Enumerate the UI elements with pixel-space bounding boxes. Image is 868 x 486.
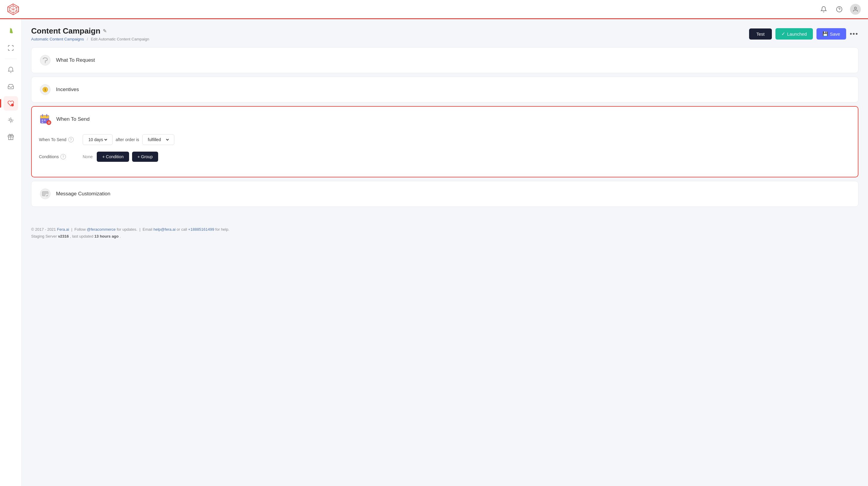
svg-rect-26 [40,117,49,118]
breadcrumb: Automatic Content Campaigns / Edit Autom… [31,37,149,41]
after-text: after order is [116,137,139,142]
sidebar: + [0,19,22,486]
incentives-icon: $ [39,83,52,96]
when-to-send-body: When To Send ? 10 days 7 days 14 days 30… [32,132,858,177]
when-to-send-help[interactable]: ? [68,137,74,142]
sidebar-item-sync[interactable] [4,41,18,55]
days-dropdown[interactable]: 10 days 7 days 14 days 30 days [83,134,113,145]
what-to-request-title: What To Request [56,57,95,63]
footer-fera-link[interactable]: Fera.ai [57,227,69,232]
add-condition-button[interactable]: + Condition [97,152,129,162]
add-group-button[interactable]: + Group [132,152,158,162]
save-label: Save [830,31,840,36]
conditions-label: Conditions ? [39,154,78,159]
notification-icon[interactable] [819,4,829,14]
svg-point-5 [837,6,842,12]
footer-email-text: Email [143,227,152,232]
top-bar [0,0,868,19]
footer-help-email[interactable]: help@fera.ai [153,227,176,232]
footer-line2: Staging Server v2316 , last updated 13 h… [31,233,859,240]
message-customization-title: Message Customization [56,191,110,197]
footer-feracommerce-link[interactable]: @feracommerce [87,227,116,232]
status-select[interactable]: fulfilled placed delivered [147,137,170,142]
page-header-left: Content Campaign ✎ Automatic Content Cam… [31,26,149,41]
svg-rect-30 [44,120,45,121]
footer-staging-text: Staging Server [31,234,57,239]
svg-line-13 [12,121,12,122]
svg-point-20 [45,62,46,63]
footer-for-help: for help. [215,227,229,232]
save-button[interactable]: 💾 Save [816,28,846,39]
edit-title-icon[interactable]: ✎ [103,28,106,34]
message-customization-section: Message Customization [31,181,859,207]
message-customization-icon [39,187,52,201]
main-content: Content Campaign ✎ Automatic Content Cam… [22,19,868,486]
svg-rect-29 [42,120,43,121]
footer-last-updated: , last updated [70,234,93,239]
footer-phone[interactable]: +18885161499 [188,227,214,232]
page-footer: © 2017 - 2021 Fera.ai | Follow @feracomm… [31,219,859,247]
breadcrumb-link[interactable]: Automatic Content Campaigns [31,37,84,41]
when-to-send-label: When To Send ? [39,137,78,142]
sidebar-item-shopify[interactable] [4,24,18,38]
save-icon: 💾 [823,31,828,36]
svg-point-7 [855,7,857,9]
footer-time-ago: 13 hours ago [94,234,119,239]
when-to-send-title: When To Send [56,116,90,122]
incentives-header[interactable]: $ Incentives [31,77,858,102]
page-header-right: Test ✓ Launched 💾 Save ••• [749,28,859,39]
help-icon[interactable] [834,4,844,14]
when-to-send-header[interactable]: ⏱ When To Send [32,107,858,132]
what-to-request-section: What To Request [31,47,859,73]
launched-label: Launched [787,31,807,36]
when-to-send-section: ⏱ When To Send When To Send ? 10 days 7 … [31,106,859,177]
conditions-help[interactable]: ? [61,154,66,159]
what-to-request-icon [39,54,52,67]
message-customization-header[interactable]: Message Customization [31,181,858,207]
incentives-section: $ Incentives [31,77,859,102]
page-header: Content Campaign ✎ Automatic Content Cam… [31,26,859,41]
svg-text:⏱: ⏱ [48,121,50,124]
breadcrumb-separator: / [87,37,88,41]
footer-updates-text: for updates. [117,227,137,232]
svg-text:$: $ [44,88,46,91]
when-to-send-controls: 10 days 7 days 14 days 30 days after ord… [83,134,174,145]
incentives-title: Incentives [56,87,79,93]
status-dropdown[interactable]: fulfilled placed delivered [142,134,174,145]
test-button[interactable]: Test [749,28,772,39]
footer-version: v2316 [58,234,69,239]
conditions-row: Conditions ? None + Condition + Group [39,152,850,162]
top-bar-icons [819,4,861,15]
footer-line1: © 2017 - 2021 Fera.ai | Follow @feracomm… [31,226,859,233]
footer-copyright: © 2017 - 2021 [31,227,56,232]
conditions-controls: None + Condition + Group [83,152,158,162]
sidebar-item-inbox[interactable] [4,80,18,94]
breadcrumb-current: Edit Automatic Content Campaign [91,37,149,41]
sidebar-item-campaigns[interactable]: + [4,96,18,111]
svg-text:+: + [12,104,13,107]
sidebar-item-gifts[interactable] [4,130,18,144]
sidebar-divider [5,59,17,59]
footer-call-text: or call [177,227,187,232]
footer-follow-text: Follow [74,227,86,232]
when-to-send-row: When To Send ? 10 days 7 days 14 days 30… [39,134,850,145]
sidebar-item-alerts[interactable] [4,63,18,77]
logo[interactable] [7,3,19,15]
logo-icon [7,3,19,15]
what-to-request-header[interactable]: What To Request [31,48,858,73]
check-icon: ✓ [781,31,785,36]
svg-point-16 [9,119,12,121]
more-options-button[interactable]: ••• [850,30,859,38]
svg-rect-31 [42,122,43,123]
svg-line-12 [9,118,9,119]
page-title: Content Campaign ✎ [31,26,149,36]
when-to-send-icon: ⏱ [39,113,52,126]
svg-point-19 [40,55,50,65]
sidebar-item-ideas[interactable] [4,113,18,127]
launched-button[interactable]: ✓ Launched [775,28,813,39]
page-title-text: Content Campaign [31,26,100,36]
days-select[interactable]: 10 days 7 days 14 days 30 days [87,137,108,142]
user-avatar[interactable] [850,4,861,15]
footer-period: . [120,234,121,239]
none-text: None [83,154,93,159]
